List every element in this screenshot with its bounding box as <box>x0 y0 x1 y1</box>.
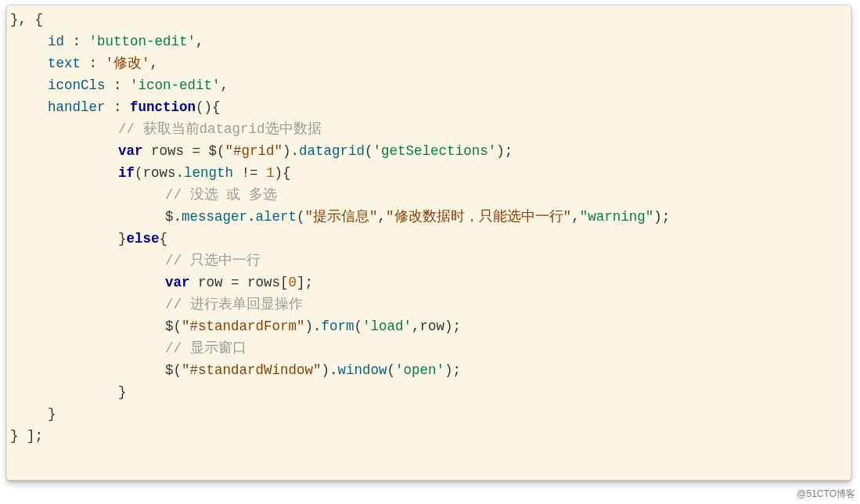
code-token: // 显示窗口 <box>165 340 246 356</box>
code-token: ){ <box>275 165 291 181</box>
code-token: , <box>571 209 580 225</box>
code-token: }, { <box>10 12 43 27</box>
code-token: $( <box>165 362 182 378</box>
code-token: "warning" <box>580 209 654 225</box>
code-token: 'open' <box>395 362 444 378</box>
code-line: }, { <box>10 9 847 31</box>
code-token: // 进行表单回显操作 <box>165 297 303 312</box>
code-token: var <box>165 275 190 290</box>
code-token: ( <box>365 143 373 159</box>
code-token: // 没选 或 多选 <box>165 187 277 203</box>
code-token: '修改' <box>106 56 150 71</box>
code-line: } <box>10 403 847 425</box>
code-token: ); <box>444 362 461 378</box>
code-token: else <box>127 231 160 247</box>
code-token: "修改数据时，只能选中一行" <box>386 209 571 225</box>
code-line: // 只选中一行 <box>10 250 847 272</box>
code-token: : <box>106 99 131 115</box>
code-token: var <box>118 143 143 159</box>
code-line: handler : function(){ <box>10 96 847 118</box>
code-token: function <box>130 99 196 115</box>
code-token: 0 <box>289 275 297 290</box>
code-line: var row = rows[0]; <box>10 272 847 293</box>
code-token: 'button-edit' <box>89 34 196 49</box>
code-token: . <box>247 209 256 225</box>
code-token: != <box>233 165 266 181</box>
code-token: , <box>196 34 204 49</box>
code-line: var rows = $("#grid").datagrid('getSelec… <box>10 140 847 162</box>
code-token: $. <box>165 209 182 225</box>
code-line: $.messager.alert("提示信息","修改数据时，只能选中一行","… <box>10 206 847 228</box>
code-token: , <box>378 209 387 225</box>
code-token: } ]; <box>10 428 43 444</box>
code-block: }, {id : 'button-edit',text : '修改',iconC… <box>7 5 851 450</box>
code-line: } <box>10 381 847 403</box>
code-token: ( <box>387 362 396 378</box>
code-token: : <box>106 77 131 93</box>
code-token: form <box>322 319 354 334</box>
code-card: }, {id : 'button-edit',text : '修改',iconC… <box>6 5 851 481</box>
code-token: } <box>48 406 56 422</box>
code-token: ). <box>305 319 322 334</box>
code-token: ). <box>282 143 299 159</box>
code-token: 'getSelections' <box>373 143 497 159</box>
code-line: }else{ <box>10 228 847 250</box>
code-token: 'load' <box>362 319 412 334</box>
code-line: $("#standardForm").form('load',row); <box>10 315 847 337</box>
code-line: id : 'button-edit', <box>10 31 847 52</box>
code-line: // 获取当前datagrid选中数据 <box>10 118 847 140</box>
code-token: ); <box>496 143 513 159</box>
code-token: , <box>221 77 229 93</box>
code-token: text <box>48 56 81 71</box>
code-token: datagrid <box>299 143 365 159</box>
code-token: ( <box>297 209 305 225</box>
code-token: } <box>118 384 127 400</box>
code-token: : <box>81 56 106 71</box>
code-line: if(rows.length != 1){ <box>10 162 847 184</box>
code-token: "#standardForm" <box>182 319 305 334</box>
code-token: alert <box>256 209 297 225</box>
code-token: (rows. <box>135 165 184 181</box>
code-token: // 只选中一行 <box>165 253 261 268</box>
code-token: id <box>48 34 64 49</box>
code-token: (){ <box>196 99 221 115</box>
code-token: , <box>150 56 159 71</box>
code-token: ]; <box>297 275 313 290</box>
code-line: // 显示窗口 <box>10 337 847 359</box>
code-token: length <box>184 165 233 181</box>
code-token: row = rows[ <box>190 275 289 290</box>
code-token: ); <box>653 209 670 225</box>
code-token: window <box>338 362 387 378</box>
code-token: if <box>118 165 135 181</box>
code-token: { <box>160 231 168 247</box>
code-token: iconCls <box>48 77 106 93</box>
code-line: text : '修改', <box>10 52 847 74</box>
code-token: rows = $( <box>143 143 225 159</box>
code-token: handler <box>48 99 106 115</box>
code-line: // 没选 或 多选 <box>10 184 847 206</box>
code-line: } ]; <box>10 425 847 447</box>
code-token: } <box>118 231 127 247</box>
code-token: : <box>64 34 89 49</box>
watermark-text: @51CTO博客 <box>797 488 855 501</box>
code-token: 'icon-edit' <box>130 77 221 93</box>
code-token: messager <box>182 209 247 225</box>
code-line: $("#standardWindow").window('open'); <box>10 359 847 381</box>
code-token: $( <box>165 319 182 334</box>
code-line: // 进行表单回显操作 <box>10 293 847 315</box>
code-token: ( <box>354 319 363 334</box>
code-token: "#standardWindow" <box>182 362 322 378</box>
code-token: "提示信息" <box>305 209 378 225</box>
code-token: // 获取当前datagrid选中数据 <box>118 121 322 137</box>
code-token: ,row); <box>412 319 461 334</box>
code-line: iconCls : 'icon-edit', <box>10 74 847 96</box>
code-token: "#grid" <box>225 143 283 159</box>
code-token: 1 <box>266 165 275 181</box>
code-token: ). <box>322 362 338 378</box>
